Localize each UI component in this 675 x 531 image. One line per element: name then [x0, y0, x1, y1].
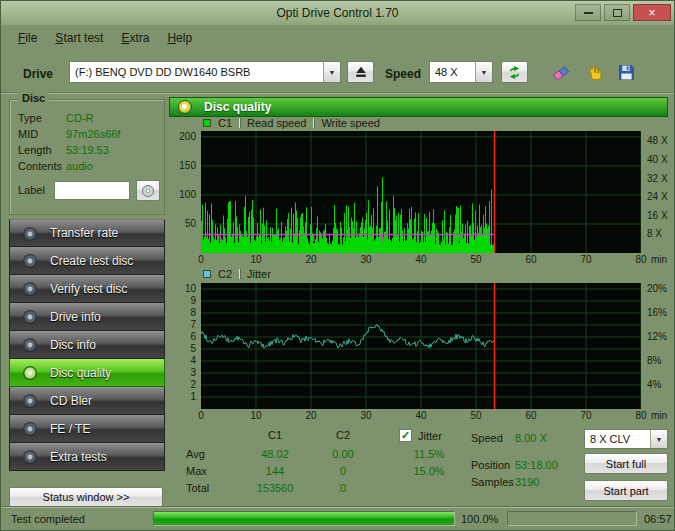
nav-button-label: Transfer rate — [50, 226, 118, 240]
menu-item[interactable]: Help — [158, 27, 201, 49]
start-part-button[interactable]: Start part — [584, 480, 668, 501]
axis-tick-label: min — [647, 411, 671, 421]
disc-field-row: Length 53:19.53 — [10, 142, 164, 158]
window-controls: × — [575, 4, 671, 21]
menu-item[interactable]: File — [9, 27, 46, 49]
start-full-button[interactable]: Start full — [584, 453, 668, 474]
c1-chart — [201, 131, 641, 253]
axis-tick-label: 100 — [179, 190, 196, 200]
disc-label-button[interactable] — [136, 180, 160, 201]
disc-label-input[interactable] — [54, 181, 130, 200]
disc-icon — [23, 310, 37, 324]
disc-fields: Type CD-R MID 97m26s66f Length 53:19.53 … — [10, 110, 164, 174]
chevron-down-icon[interactable]: ▼ — [475, 62, 492, 82]
page-title: Disc quality — [204, 100, 271, 114]
axis-tick-label: 2 — [190, 380, 196, 390]
maximize-button[interactable] — [604, 4, 630, 21]
nav-button[interactable]: Create test disc — [9, 247, 165, 275]
disc-field-row: Type CD-R — [10, 110, 164, 126]
menu-bar: FileStart testExtraHelp — [1, 25, 674, 51]
c2-legend-label: C2 — [218, 268, 232, 280]
eject-button[interactable] — [347, 61, 374, 83]
nav-button[interactable]: CD Bler — [9, 387, 165, 415]
speed-result-value: 8.00 X — [515, 432, 547, 444]
total-c1-value: 153560 — [251, 482, 299, 494]
disc-field-label: Type — [18, 112, 66, 124]
drive-select[interactable]: (F:) BENQ DVD DD DW1640 BSRB ▼ — [69, 61, 341, 83]
axis-tick-label: 50 — [464, 411, 488, 421]
axis-tick-label: 8 — [190, 308, 196, 318]
legend-separator — [239, 269, 240, 279]
write-speed-select[interactable]: 8 X CLV ▼ — [584, 429, 668, 449]
position-value: 53:18.00 — [515, 459, 558, 471]
save-button[interactable] — [613, 61, 640, 83]
axis-tick-label: 7 — [190, 320, 196, 330]
chevron-down-icon[interactable]: ▼ — [650, 430, 667, 448]
c2-column-header: C2 — [319, 429, 367, 441]
tools-button[interactable] — [581, 61, 608, 83]
chart2-legend: C2 Jitter — [203, 268, 271, 280]
window-title: Opti Drive Control 1.70 — [1, 6, 674, 20]
axis-tick-label: 12% — [647, 332, 667, 342]
disc-icon — [178, 100, 192, 114]
total-row-label: Total — [186, 482, 209, 494]
eraser-icon — [552, 64, 569, 81]
axis-tick-label: 60 — [519, 411, 543, 421]
progress-fill — [154, 512, 454, 525]
axis-tick-label: 16 X — [647, 211, 668, 221]
menu-item[interactable]: Extra — [112, 27, 158, 49]
nav-button[interactable]: Disc info — [9, 331, 165, 359]
disc-icon — [23, 450, 37, 464]
nav-button-label: CD Bler — [50, 394, 92, 408]
status-text: Test completed — [11, 513, 85, 525]
disc-icon — [23, 227, 37, 241]
nav-button-label: FE / TE — [50, 422, 90, 436]
axis-tick-label: min — [647, 255, 671, 265]
axis-tick-label: 10 — [185, 284, 196, 294]
chart1-legend: C1 Read speed Write speed — [203, 117, 380, 129]
axis-tick-label: 32 X — [647, 174, 668, 184]
axis-tick-label: 4 — [190, 356, 196, 366]
disc-panel: Disc Type CD-R MID 97m26s66f Length 53:1… — [9, 99, 165, 215]
samples-value: 3190 — [515, 476, 539, 488]
disc-icon — [23, 338, 37, 352]
minimize-button[interactable] — [575, 4, 601, 21]
c1-left-axis: 20015010050 — [167, 131, 199, 253]
disc-field-value: audio — [66, 160, 93, 172]
menu-item[interactable]: Start test — [46, 27, 112, 49]
axis-tick-label: 20 — [299, 411, 323, 421]
nav-button-label: Drive info — [50, 310, 101, 324]
jitter-checkbox-label: Jitter — [418, 430, 442, 442]
nav-button[interactable]: Extra tests — [9, 443, 165, 471]
erase-disc-button[interactable] — [547, 61, 574, 83]
speed-label: Speed — [385, 67, 421, 81]
avg-c1-value: 48.02 — [251, 448, 299, 460]
disc-field-label: Contents — [18, 160, 66, 172]
axis-tick-label: 20 — [299, 255, 323, 265]
axis-tick-label: 1 — [190, 392, 196, 402]
check-icon: ✓ — [401, 430, 410, 441]
disc-icon — [23, 422, 37, 436]
nav-button[interactable]: Disc quality — [9, 359, 165, 387]
axis-tick-label: 8% — [647, 356, 661, 366]
axis-tick-label: 50 — [185, 219, 196, 229]
close-button[interactable]: × — [633, 4, 671, 21]
nav-button[interactable]: FE / TE — [9, 415, 165, 443]
nav-button[interactable]: Drive info — [9, 303, 165, 331]
refresh-button[interactable] — [501, 61, 528, 83]
max-jitter-value: 15.0% — [405, 465, 453, 477]
axis-tick-label: 6 — [190, 332, 196, 342]
position-label: Position — [471, 459, 510, 471]
axis-tick-label: 70 — [574, 411, 598, 421]
nav-button[interactable]: Transfer rate — [9, 219, 165, 247]
axis-tick-label: 4% — [647, 380, 661, 390]
progress-bar — [153, 511, 455, 526]
jitter-checkbox[interactable]: ✓ — [399, 429, 412, 442]
chevron-down-icon[interactable]: ▼ — [323, 62, 340, 82]
speed-select-value: 48 X — [430, 66, 475, 78]
axis-tick-label: 150 — [179, 161, 196, 171]
status-window-button[interactable]: Status window >> — [9, 487, 163, 507]
nav-button-label: Verify test disc — [50, 282, 127, 296]
speed-select[interactable]: 48 X ▼ — [429, 61, 493, 83]
nav-button[interactable]: Verify test disc — [9, 275, 165, 303]
